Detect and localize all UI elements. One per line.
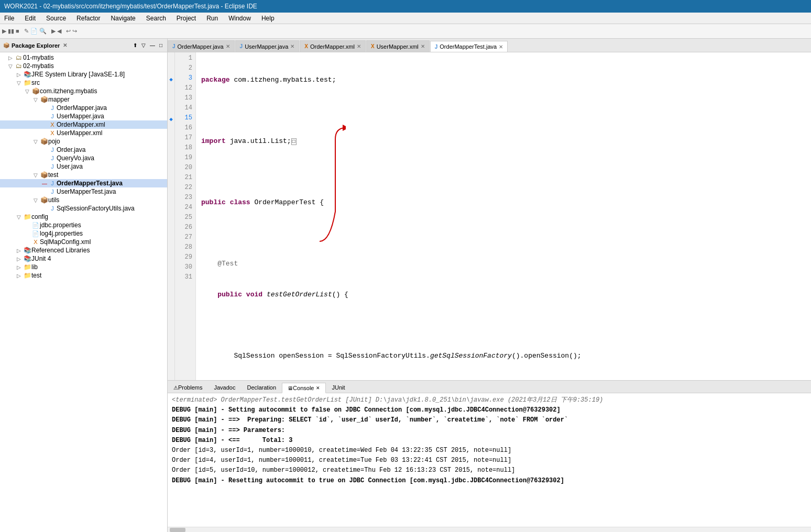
menu-help[interactable]: Help <box>259 14 277 23</box>
tree-item-junit4[interactable]: ▷ 📚 JUnit 4 <box>0 254 167 263</box>
menu-search[interactable]: Search <box>144 14 168 23</box>
properties-icon: 📄 <box>31 222 40 229</box>
tree-item-utils[interactable]: ▽ 📦 utils <box>0 196 167 204</box>
code-content[interactable]: package com.itzheng.mybatis.test; import… <box>196 52 811 380</box>
tree-item-sqlsessionfactoryutils[interactable]: › J SqlSessionFactoryUtils.java <box>0 204 167 213</box>
console-scrollbar[interactable] <box>170 528 185 532</box>
tab-ordermapper-java[interactable]: J OrderMapper.java ✕ <box>168 40 235 52</box>
tree-item-01-mybatis[interactable]: ▷ 🗂 01-mybatis <box>0 53 167 62</box>
tree-item-ordermappertest-java[interactable]: — J OrderMapperTest.java <box>0 179 167 187</box>
tab-ordermapper-xml-label: OrderMapper.xml <box>310 43 355 50</box>
pe-header-icons: ⬆ ▽ — □ <box>131 42 164 49</box>
problems-icon: ⚠ <box>173 385 178 391</box>
pe-header-title: 📦 Package Explorer ✕ <box>3 42 67 49</box>
code-line-3: import java.util.List;□ <box>200 136 807 147</box>
pe-max-icon[interactable]: □ <box>158 42 164 49</box>
tree-item-test-root[interactable]: ▷ 📁 test <box>0 271 167 280</box>
menu-window[interactable]: Window <box>226 14 253 23</box>
tree-item-queryvo-java[interactable]: › J QueryVo.java <box>0 154 167 162</box>
tree-item-jdbc-properties[interactable]: › 📄 jdbc.properties <box>0 221 167 229</box>
tree-item-sqlmapconfig-xml[interactable]: › X SqlMapConfig.xml <box>0 238 167 246</box>
tab-usermapper-java[interactable]: J UserMapper.java ✕ <box>235 40 300 52</box>
tree-item-jre[interactable]: ▷ 📚 JRE System Library [JavaSE-1.8] <box>0 70 167 79</box>
code-line-12 <box>200 167 807 178</box>
tree-item-mapper[interactable]: ▽ 📦 mapper <box>0 95 167 104</box>
tab-ordermappertest-java[interactable]: J OrderMapperTest.java ✕ <box>430 41 508 52</box>
menu-file[interactable]: File <box>2 14 16 23</box>
titlebar-text: WORK2021 - 02-mybatis/src/com/itzheng/my… <box>4 3 257 10</box>
java-file-icon: J <box>48 105 57 111</box>
package-icon-mapper: 📦 <box>40 96 48 103</box>
tree-item-user-java[interactable]: › J User.java <box>0 162 167 171</box>
tab-ordermappertest-java-label: OrderMapperTest.java <box>440 43 497 50</box>
menu-refactor[interactable]: Refactor <box>74 14 102 23</box>
menu-source[interactable]: Source <box>44 14 68 23</box>
tab-close-icon[interactable]: ✕ <box>226 43 230 49</box>
tree-item-log4j-properties[interactable]: › 📄 log4j.properties <box>0 229 167 238</box>
tree-item-usermappertest-java[interactable]: › J UserMapperTest.java <box>0 187 167 196</box>
package-explorer-icon: 📦 <box>3 42 9 48</box>
tab-declaration[interactable]: Declaration <box>241 382 282 393</box>
tree-item-ordermapper-xml[interactable]: › X OrderMapper.xml <box>0 120 167 129</box>
editor-wrapper: ◆ ◆ <box>168 52 811 380</box>
tree-item-02-mybatis[interactable]: ▽ 🗂 02-mybatis <box>0 62 167 70</box>
code-editor[interactable]: ◆ ◆ <box>168 52 811 380</box>
tree-item-usermapper-java[interactable]: › J UserMapper.java <box>0 112 167 120</box>
tab-javadoc[interactable]: Javadoc <box>208 382 241 393</box>
menu-project[interactable]: Project <box>174 14 198 23</box>
bottom-tabs: ⚠ Problems Javadoc Declaration 🖥 Console… <box>168 381 811 393</box>
tab-usermapper-xml-label: UserMapper.xml <box>377 43 419 50</box>
package-icon-pojo: 📦 <box>40 138 48 145</box>
menu-run[interactable]: Run <box>204 14 220 23</box>
package-icon-utils: 📦 <box>40 196 48 204</box>
pe-menu-icon[interactable]: ▽ <box>140 42 147 49</box>
titlebar: WORK2021 - 02-mybatis/src/com/itzheng/my… <box>0 0 811 13</box>
tab-junit-label: JUnit <box>332 384 345 391</box>
java-file-icon-3: J <box>48 147 57 153</box>
tree-item-ref-libs[interactable]: ▷ 📚 Referenced Libraries <box>0 246 167 254</box>
tab-ordermapper-xml[interactable]: X OrderMapper.xml ✕ <box>300 40 366 52</box>
tree-item-src[interactable]: ▽ 📁 src <box>0 79 167 87</box>
gutter-bookmark-3: ◆ <box>168 74 174 84</box>
content-area: 📦 Package Explorer ✕ ⬆ ▽ — □ ▷ 🗂 01-m <box>0 39 811 532</box>
menu-edit[interactable]: Edit <box>23 14 38 23</box>
tab-console[interactable]: 🖥 Console ✕ <box>282 383 326 393</box>
tab-close-icon-5[interactable]: ✕ <box>499 44 503 50</box>
tab-close-icon-2[interactable]: ✕ <box>290 43 294 49</box>
tab-usermapper-java-label: UserMapper.java <box>245 43 288 50</box>
tree-item-usermapper-xml[interactable]: › X UserMapper.xml <box>0 129 167 137</box>
tab-ordermapper-java-label: OrderMapper.java <box>178 43 224 50</box>
java-file-icon-2: J <box>48 113 57 119</box>
code-line-13: public class OrderMapperTest { <box>200 197 807 208</box>
console-content[interactable]: <terminated> OrderMapperTest.testGetOrde… <box>168 393 811 527</box>
console-line-1: DEBUG [main] - Setting autocommit to fal… <box>172 405 807 415</box>
xml-file-icon-2: X <box>48 130 57 136</box>
tree-item-com-itzheng-mybatis[interactable]: ▽ 📦 com.itzheng.mybatis <box>0 87 167 95</box>
tab-xml-icon: X <box>304 43 308 49</box>
tab-problems[interactable]: ⚠ Problems <box>168 382 208 393</box>
tree-item-ordermapper-java[interactable]: › J OrderMapper.java <box>0 104 167 112</box>
tree-item-order-java[interactable]: › J Order.java <box>0 146 167 154</box>
pe-min-icon[interactable]: — <box>148 42 157 49</box>
tree-item-lib[interactable]: ▷ 📁 lib <box>0 263 167 271</box>
pe-collapse-icon[interactable]: ⬆ <box>131 42 139 49</box>
tab-console-label: Console <box>293 385 314 391</box>
tab-close-icon-4[interactable]: ✕ <box>421 43 425 49</box>
tab-close-icon-3[interactable]: ✕ <box>357 43 361 49</box>
tree-item-test-package[interactable]: ▽ 📦 test <box>0 171 167 179</box>
package-explorer-title: Package Explorer <box>12 42 60 49</box>
java-file-icon-5: J <box>48 163 57 170</box>
xml-file-icon: X <box>48 121 57 128</box>
tab-xml-icon-2: X <box>371 43 375 49</box>
tab-java-icon-3: J <box>435 44 438 50</box>
tab-console-close[interactable]: ✕ <box>316 385 320 391</box>
tree-item-pojo[interactable]: ▽ 📦 pojo <box>0 137 167 146</box>
java-file-icon-4: J <box>48 155 57 161</box>
tab-usermapper-xml[interactable]: X UserMapper.xml ✕ <box>366 40 430 52</box>
tree-item-config[interactable]: ▽ 📁 config <box>0 213 167 221</box>
src-icon: 📁 <box>23 79 31 86</box>
properties-icon-2: 📄 <box>31 230 40 237</box>
console-line-8: DEBUG [main] - Resetting autocommit to t… <box>172 476 807 486</box>
menu-navigate[interactable]: Navigate <box>108 14 137 23</box>
tab-junit[interactable]: JUnit <box>326 382 350 393</box>
